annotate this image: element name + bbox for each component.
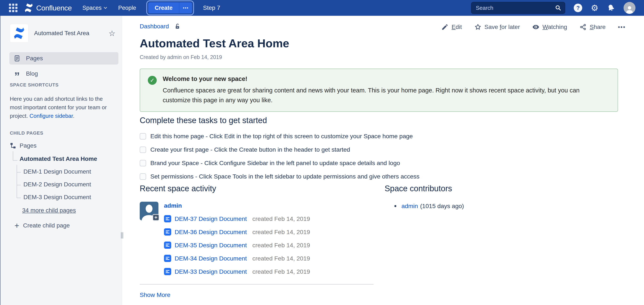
space-shortcuts-heading: SPACE SHORTCUTS <box>10 82 58 88</box>
eye-icon <box>532 24 540 31</box>
help-button[interactable]: ? <box>574 4 582 12</box>
task-row: Set permissions - Click Space Tools in t… <box>140 173 420 180</box>
space-name[interactable]: Automated Test Area <box>34 30 108 37</box>
admin-avatar[interactable]: + <box>140 202 158 220</box>
banner-title: Welcome to your new space! <box>163 76 609 82</box>
tree-item-dem1[interactable]: DEM-1 Design Document <box>24 168 91 175</box>
watching-button[interactable]: Watching <box>532 24 567 31</box>
tree-root-pages[interactable]: Pages <box>10 142 36 149</box>
chevron-down-icon <box>104 7 107 9</box>
confluence-home-link[interactable]: Confluence <box>24 3 72 13</box>
search-input[interactable] <box>476 5 555 11</box>
space-sidebar: Automated Test Area ☆ Pages ” Blog SPACE… <box>0 16 122 305</box>
create-button-highlight-ring: Create ••• <box>146 0 194 15</box>
help-icon: ? <box>574 4 582 12</box>
tree-connector <box>13 160 18 160</box>
document-icon <box>164 242 171 249</box>
show-more-link[interactable]: Show More <box>140 291 170 298</box>
more-child-pages-link[interactable]: 34 more child pages <box>22 207 76 214</box>
blog-quote-icon: ” <box>14 74 20 78</box>
activity-page-link[interactable]: DEM-36 Design Document <box>175 228 247 236</box>
breadcrumb: Dashboard <box>140 23 181 30</box>
person-icon <box>625 4 634 14</box>
welcome-banner: ✓ Welcome to your new space! Confluence … <box>140 68 618 112</box>
brand-wordmark: Confluence <box>36 4 72 12</box>
configure-sidebar-link[interactable]: Configure sidebar <box>30 113 73 119</box>
activity-row: DEM-34 Design Document created Feb 14, 2… <box>164 255 310 262</box>
sidebar-item-blog[interactable]: ” Blog <box>9 68 118 80</box>
document-icon <box>164 228 171 236</box>
document-icon <box>164 255 171 262</box>
confluence-space-icon <box>13 27 26 40</box>
user-avatar <box>624 2 636 14</box>
top-navigation-bar: Confluence Spaces People Create ••• Step… <box>0 0 644 16</box>
page-title: Automated Test Area Home <box>140 37 289 50</box>
divider <box>140 284 374 284</box>
activity-page-link[interactable]: DEM-37 Design Document <box>175 215 247 222</box>
add-user-badge-icon: + <box>152 214 159 221</box>
app-switcher-icon[interactable] <box>8 3 18 12</box>
activity-page-link[interactable]: DEM-35 Design Document <box>175 242 247 249</box>
activity-page-link[interactable]: DEM-33 Design Document <box>175 268 247 275</box>
space-shortcuts-text: Here you can add shortcut links to the m… <box>10 94 112 120</box>
favorite-star-icon[interactable]: ☆ <box>108 29 116 38</box>
activity-row: DEM-36 Design Document created Feb 14, 2… <box>164 228 310 236</box>
search-box[interactable] <box>471 2 565 14</box>
bell-icon <box>606 3 616 13</box>
star-icon <box>474 24 482 31</box>
create-more-button[interactable]: ••• <box>179 2 192 14</box>
activity-page-link[interactable]: DEM-34 Design Document <box>175 255 247 262</box>
edit-button[interactable]: Edit <box>441 24 462 31</box>
confluence-logo-icon <box>24 3 34 13</box>
task-checkbox[interactable] <box>140 146 146 153</box>
create-button[interactable]: Create <box>148 2 179 14</box>
tasks-section: Complete these tasks to get started Edit… <box>140 116 420 180</box>
gear-icon: ⚙ <box>591 4 598 12</box>
share-button[interactable]: Share <box>580 24 606 31</box>
space-logo[interactable] <box>10 24 28 42</box>
tree-connector <box>16 185 21 185</box>
create-child-page-button[interactable]: + Create child page <box>14 222 70 230</box>
step-indicator: Step 7 <box>203 4 220 11</box>
recent-activity-section: Recent space activity + admin DE <box>140 184 391 298</box>
page-content: Dashboard Edit Save for later <box>122 16 644 305</box>
task-checkbox[interactable] <box>140 133 146 140</box>
tree-item-home[interactable]: Automated Test Area Home <box>20 156 97 162</box>
nav-people-link[interactable]: People <box>118 5 136 11</box>
plus-icon: + <box>14 222 19 230</box>
tree-item-dem2[interactable]: DEM-2 Design Document <box>24 181 91 188</box>
contributors-heading: Space contributors <box>384 184 464 193</box>
sidebar-item-pages[interactable]: Pages <box>9 52 118 64</box>
contributor-link[interactable]: admin <box>402 202 418 210</box>
activity-user-link[interactable]: admin <box>164 202 182 209</box>
task-row: Create your first page - Click the Creat… <box>140 146 420 153</box>
success-check-icon: ✓ <box>148 76 157 85</box>
activity-row: DEM-37 Design Document created Feb 14, 2… <box>164 215 310 222</box>
activity-row: DEM-35 Design Document created Feb 14, 2… <box>164 242 310 249</box>
sidebar-item-label: Blog <box>26 70 38 77</box>
task-row: Brand your Space - Click Configure Sideb… <box>140 160 420 166</box>
window-edge <box>0 16 0 305</box>
child-pages-heading: CHILD PAGES <box>10 130 44 136</box>
tasks-heading: Complete these tasks to get started <box>140 116 420 125</box>
task-row: Edit this home page - Click Edit in the … <box>140 133 420 140</box>
sidebar-resize-handle[interactable] <box>121 232 124 238</box>
save-for-later-button[interactable]: Save for later <box>474 24 520 31</box>
search-icon[interactable] <box>555 5 561 11</box>
breadcrumb-dashboard-link[interactable]: Dashboard <box>140 23 169 30</box>
task-checkbox[interactable] <box>140 173 146 180</box>
tree-item-dem3[interactable]: DEM-3 Design Document <box>24 194 91 201</box>
sidebar-item-label: Pages <box>26 55 43 62</box>
page-tree-icon <box>10 142 16 149</box>
tree-connector <box>16 165 17 198</box>
settings-button[interactable]: ⚙ <box>591 4 598 12</box>
nav-spaces-menu[interactable]: Spaces <box>82 5 107 11</box>
unlocked-icon[interactable] <box>174 23 181 30</box>
tree-connector <box>16 198 21 198</box>
document-icon <box>164 268 171 275</box>
user-avatar-button[interactable] <box>624 2 636 14</box>
task-checkbox[interactable] <box>140 160 146 166</box>
notifications-button[interactable] <box>607 4 615 12</box>
contributors-section: Space contributors admin (1015 days ago) <box>384 184 464 210</box>
more-actions-button[interactable]: ••• <box>618 24 626 30</box>
